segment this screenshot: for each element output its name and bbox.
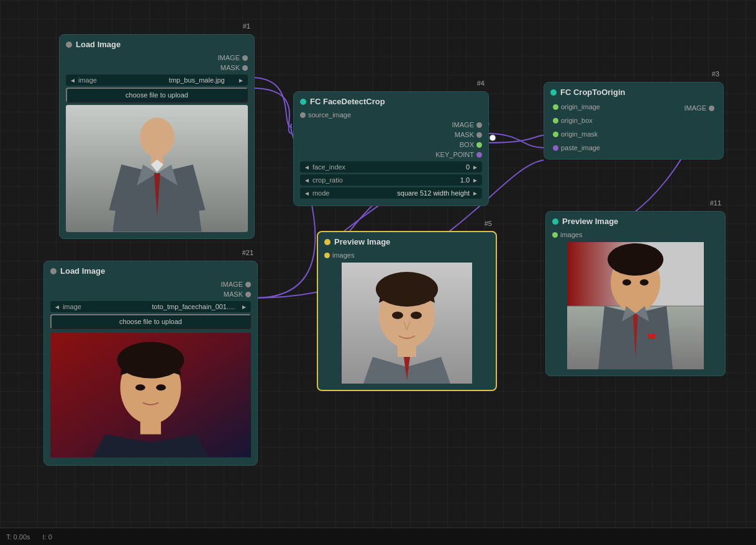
svg-point-14 [411,312,422,319]
status-time: T: 0.00s [6,533,30,541]
crop-ratio-label: crop_ratio [312,176,458,184]
port-box-dot-4 [476,142,482,148]
port-origin-box-label: origin_box [561,117,593,124]
port-mask-label-1: MASK [221,64,240,71]
port-image-label-3: IMAGE [685,104,706,112]
port-images-dot-11 [552,232,558,238]
node-id-3: #3 [712,70,719,78]
node-5-status-dot [324,239,330,245]
node-load-image-21: #21 Load Image IMAGE MASK ◄ image toto_t… [43,261,258,466]
port-keypoint-label-4: KEY_POINT [435,151,474,158]
filename-text-21: toto_tmp_facechain_001.png [152,303,239,310]
port-mask-out-1: MASK [63,63,250,73]
node-1-body: IMAGE MASK ◄ image tmp_bus_male.jpg ► ch… [60,53,254,238]
image-preview-11 [552,242,719,369]
svg-rect-15 [398,343,416,357]
image-preview-21 [50,331,251,459]
port-paste-image-label: paste_image [561,144,600,151]
crop-ratio-next[interactable]: ► [472,177,478,184]
svg-point-7 [135,384,145,390]
node-3-body: origin_image origin_box origin_mask past… [544,101,723,159]
node-face-detect-crop: #4 FC FaceDetectCrop source_image IMAGE … [293,91,489,206]
port-mask-label-21: MASK [224,291,243,298]
svg-point-22 [640,279,649,286]
crop-ratio-prev[interactable]: ◄ [304,177,310,184]
port-image-out-21: IMAGE [48,279,253,289]
port-keypoint-out-4: KEY_POINT [298,150,485,160]
face-index-value: 0 [466,163,470,171]
port-origin-mask-dot [553,132,558,137]
port-image-dot-21 [245,282,251,287]
port-box-out-4: BOX [298,140,485,150]
port-image-dot-3 [709,106,714,111]
port-images-in-11: images [550,230,721,240]
port-origin-image-label: origin_image [561,103,600,110]
node-4-body: source_image IMAGE MASK BOX KEY_POINT ◄ … [294,110,488,205]
node-crop-to-origin: #3 FC CropToOrigin origin_image origin_b… [544,82,724,160]
filename-prev-1[interactable]: ◄ [70,77,76,84]
status-bar: T: 0.00s I: 0 [0,528,756,545]
filename-prev-21[interactable]: ◄ [54,304,60,310]
svg-point-2 [140,118,175,158]
port-origin-box-dot [553,118,558,124]
upload-button-21[interactable]: choose file to upload [50,314,251,329]
port-mask-dot-1 [242,65,248,71]
filename-next-1[interactable]: ► [238,77,244,84]
port-mask-dot-21 [245,292,251,297]
port-mask-out-21: MASK [48,289,253,299]
node-preview-image-5: #5 Preview Image images [317,231,497,391]
port-keypoint-dot-4 [476,152,482,158]
node-1-header: Load Image [60,35,254,53]
svg-point-21 [622,279,631,286]
mode-value: square 512 width height [397,189,470,197]
node-1-status-dot [66,42,72,48]
node-4-header: FC FaceDetectCrop [294,92,488,110]
node-11-title: Preview Image [562,217,618,226]
upload-button-1[interactable]: choose file to upload [66,88,248,102]
svg-rect-9 [140,419,161,434]
port-origin-box-in: origin_box [550,115,603,125]
image-preview-1 [66,105,248,232]
port-images-label-11: images [560,231,582,238]
filename-next-21[interactable]: ► [241,304,247,310]
port-paste-image-dot [553,145,558,151]
crop-ratio-value: 1.0 [460,176,470,184]
node-preview-image-11: #11 Preview Image images [545,211,726,376]
face-index-prev[interactable]: ◄ [304,164,310,171]
node-21-status-dot [50,268,57,274]
node-11-body: images [546,230,725,376]
port-origin-mask-in: origin_mask [550,129,603,139]
control-crop-ratio: ◄ crop_ratio 1.0 ► [300,174,482,186]
port-images-in-5: images [322,250,492,260]
port-images-dot-5 [324,253,330,258]
port-image-out-4: IMAGE [298,120,485,130]
node-3-status-dot [550,89,557,96]
node-21-title: Load Image [60,266,105,276]
node-21-header: Load Image [44,261,257,279]
port-origin-mask-label: origin_mask [561,130,598,138]
filename-row-21: ◄ image toto_tmp_facechain_001.png ► [50,301,251,312]
node-5-header: Preview Image [318,232,496,250]
status-extra: I: 0 [43,533,52,541]
node-id-4: #4 [477,79,485,87]
port-image-dot-1 [242,55,248,61]
node-5-body: images [318,250,496,390]
node-5-title: Preview Image [334,237,390,246]
svg-point-13 [392,312,403,319]
node-1-title: Load Image [76,40,121,49]
port-image-label-4: IMAGE [452,121,474,128]
mode-label: mode [312,189,394,197]
svg-point-8 [156,384,166,390]
node-4-title: FC FaceDetectCrop [310,97,385,106]
face-index-next[interactable]: ► [472,164,478,171]
node-3-title: FC CropToOrigin [560,88,625,97]
port-paste-image-in: paste_image [550,143,603,153]
filename-row-1: ◄ image tmp_bus_male.jpg ► [66,74,248,86]
port-source-image-in: source_image [298,110,485,120]
node-id-21: #21 [242,249,253,256]
control-mode: ◄ mode square 512 width height ► [300,187,482,199]
mode-prev[interactable]: ◄ [304,190,310,197]
port-origin-image-in: origin_image [550,102,603,112]
mode-next[interactable]: ► [472,190,478,197]
port-image-dot-4 [476,122,482,128]
